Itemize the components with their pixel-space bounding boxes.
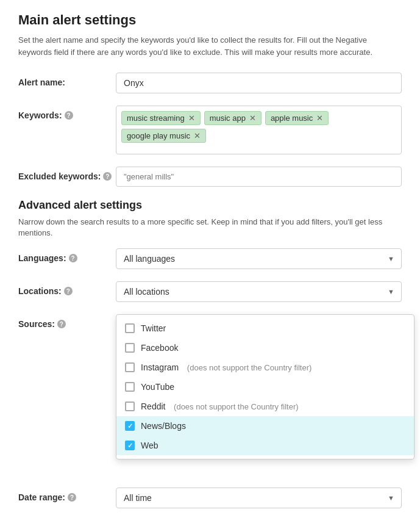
locations-field: All locations United States United Kingd… xyxy=(116,281,402,302)
date-range-select[interactable]: All time Last 7 days Last 30 days Last 9… xyxy=(116,488,402,508)
remove-apple-music[interactable]: ✕ xyxy=(316,114,323,122)
remove-google-play-music[interactable]: ✕ xyxy=(194,132,201,140)
excluded-keywords-label: Excluded keywords: ? xyxy=(18,167,116,181)
twitter-checkbox[interactable] xyxy=(125,323,135,333)
locations-select[interactable]: All locations United States United Kingd… xyxy=(116,281,402,302)
web-checkbox[interactable] xyxy=(125,441,135,450)
advanced-description: Narrow down the search results to a more… xyxy=(18,217,402,239)
locations-label: Locations: ? xyxy=(18,281,116,296)
page-title: Main alert settings xyxy=(18,12,402,28)
keyword-tag-google-play-music: google play music ✕ xyxy=(121,129,206,143)
remove-music-streaming[interactable]: ✕ xyxy=(188,114,195,122)
facebook-checkbox[interactable] xyxy=(125,343,135,353)
excluded-keywords-help-icon[interactable]: ? xyxy=(103,172,112,181)
alert-name-label: Alert name: xyxy=(18,73,116,87)
keywords-box[interactable]: music streaming ✕ music app ✕ apple musi… xyxy=(116,106,402,154)
source-item-youtube[interactable]: YouTube xyxy=(116,377,414,397)
source-item-newsblogs[interactable]: News/Blogs xyxy=(116,416,414,436)
page-description: Set the alert name and specify the keywo… xyxy=(18,34,402,58)
web-label: Web xyxy=(141,441,158,450)
source-item-web[interactable]: Web xyxy=(116,436,414,455)
languages-label: Languages: ? xyxy=(18,248,116,263)
instagram-checkbox[interactable] xyxy=(125,362,135,372)
date-range-field: All time Last 7 days Last 30 days Last 9… xyxy=(116,488,402,508)
twitter-label: Twitter xyxy=(141,323,166,333)
reddit-checkbox[interactable] xyxy=(125,402,135,411)
alert-name-field xyxy=(116,73,402,93)
remove-music-app[interactable]: ✕ xyxy=(249,114,256,122)
sources-help-icon[interactable]: ? xyxy=(57,320,66,328)
reddit-note: (does not support the Country filter) xyxy=(171,402,298,411)
newsblogs-checkbox[interactable] xyxy=(125,421,135,431)
date-range-label: Date range: ? xyxy=(18,488,116,502)
date-range-select-wrapper: All time Last 7 days Last 30 days Last 9… xyxy=(116,488,402,508)
keywords-field: music streaming ✕ music app ✕ apple musi… xyxy=(116,106,402,154)
facebook-label: Facebook xyxy=(141,343,178,353)
source-item-twitter[interactable]: Twitter xyxy=(116,319,414,338)
locations-select-wrapper: All locations United States United Kingd… xyxy=(116,281,402,302)
keyword-tag-music-streaming: music streaming ✕ xyxy=(121,111,201,125)
languages-help-icon[interactable]: ? xyxy=(69,254,77,262)
sources-label: Sources: ? xyxy=(18,314,116,329)
languages-select[interactable]: All languages English Spanish French xyxy=(116,248,402,269)
youtube-label: YouTube xyxy=(141,382,174,392)
keyword-tag-apple-music: apple music ✕ xyxy=(265,111,329,125)
excluded-keywords-field xyxy=(116,167,402,187)
youtube-checkbox[interactable] xyxy=(125,382,135,392)
source-item-instagram[interactable]: Instagram (does not support the Country … xyxy=(116,358,414,377)
alert-name-input[interactable] xyxy=(116,73,402,93)
languages-select-wrapper: All languages English Spanish French xyxy=(116,248,402,269)
keyword-tag-music-app: music app ✕ xyxy=(204,111,262,125)
keywords-label: Keywords: ? xyxy=(18,106,116,120)
advanced-section: Advanced alert settings Narrow down the … xyxy=(18,199,402,515)
date-range-help-icon[interactable]: ? xyxy=(68,493,76,502)
reddit-label: Reddit xyxy=(141,402,165,411)
source-item-facebook[interactable]: Facebook xyxy=(116,338,414,358)
keywords-help-icon[interactable]: ? xyxy=(65,111,73,120)
newsblogs-label: News/Blogs xyxy=(141,421,186,431)
instagram-label: Instagram xyxy=(141,362,179,372)
locations-help-icon[interactable]: ? xyxy=(64,287,73,295)
excluded-keywords-input[interactable] xyxy=(116,167,402,187)
source-item-reddit[interactable]: Reddit (does not support the Country fil… xyxy=(116,397,414,416)
sources-dropdown: Twitter Facebook Instagram (does not sup… xyxy=(116,314,415,459)
languages-field: All languages English Spanish French xyxy=(116,248,402,269)
advanced-title: Advanced alert settings xyxy=(18,199,402,212)
instagram-note: (does not support the Country filter) xyxy=(185,363,311,372)
